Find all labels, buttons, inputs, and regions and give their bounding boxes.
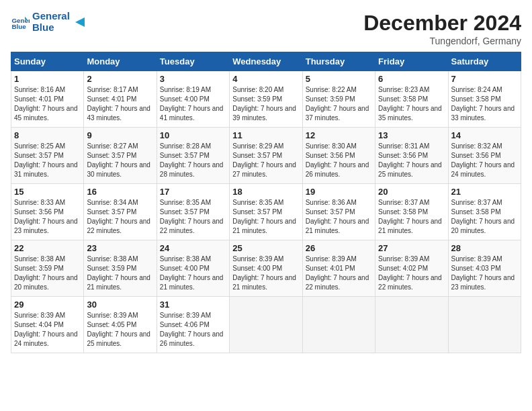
calendar-cell: 9Sunrise: 8:27 AMSunset: 3:57 PMDaylight… — [84, 128, 157, 184]
calendar-cell: 16Sunrise: 8:34 AMSunset: 3:57 PMDayligh… — [84, 184, 157, 240]
calendar-cell — [302, 297, 375, 353]
calendar-cell: 3Sunrise: 8:19 AMSunset: 4:00 PMDaylight… — [157, 71, 229, 128]
day-info: Sunrise: 8:38 AMSunset: 3:59 PMDaylight:… — [87, 255, 153, 292]
day-info: Sunrise: 8:31 AMSunset: 3:56 PMDaylight:… — [378, 142, 445, 179]
day-info: Sunrise: 8:34 AMSunset: 3:57 PMDaylight:… — [87, 198, 153, 236]
calendar-cell — [230, 297, 302, 353]
day-number: 5 — [306, 74, 372, 84]
day-number: 17 — [160, 187, 226, 197]
day-number: 12 — [306, 130, 372, 140]
day-info: Sunrise: 8:30 AMSunset: 3:56 PMDaylight:… — [306, 142, 372, 179]
day-info: Sunrise: 8:35 AMSunset: 3:57 PMDaylight:… — [160, 198, 226, 236]
day-number: 18 — [232, 187, 299, 197]
calendar-cell: 11Sunrise: 8:29 AMSunset: 3:57 PMDayligh… — [230, 128, 302, 184]
calendar-week-row: 29Sunrise: 8:39 AMSunset: 4:04 PMDayligh… — [11, 297, 521, 353]
location-subtitle: Tungendorf, Germany — [363, 36, 521, 46]
logo-icon: General Blue — [11, 13, 30, 32]
day-info: Sunrise: 8:39 AMSunset: 4:02 PMDaylight:… — [378, 255, 445, 292]
calendar-cell: 4Sunrise: 8:20 AMSunset: 3:59 PMDaylight… — [230, 71, 302, 128]
day-number: 24 — [160, 243, 226, 253]
calendar-cell: 19Sunrise: 8:36 AMSunset: 3:57 PMDayligh… — [302, 184, 375, 240]
day-number: 19 — [306, 187, 372, 197]
calendar-week-row: 15Sunrise: 8:33 AMSunset: 3:56 PMDayligh… — [11, 184, 521, 240]
svg-text:Blue: Blue — [11, 22, 26, 30]
page-header: General Blue General Blue December 2024 … — [11, 11, 521, 46]
day-number: 25 — [232, 243, 299, 253]
weekday-header-tuesday: Tuesday — [157, 52, 229, 71]
calendar-cell: 10Sunrise: 8:28 AMSunset: 3:57 PMDayligh… — [157, 128, 229, 184]
day-number: 11 — [232, 130, 299, 140]
calendar-week-row: 22Sunrise: 8:38 AMSunset: 3:59 PMDayligh… — [11, 240, 521, 297]
day-info: Sunrise: 8:16 AMSunset: 4:01 PMDaylight:… — [14, 85, 81, 123]
day-info: Sunrise: 8:38 AMSunset: 4:00 PMDaylight:… — [160, 255, 226, 292]
calendar-cell: 5Sunrise: 8:22 AMSunset: 3:59 PMDaylight… — [302, 71, 375, 128]
day-number: 28 — [451, 243, 518, 253]
calendar-header-row: SundayMondayTuesdayWednesdayThursdayFrid… — [11, 52, 521, 71]
day-number: 7 — [451, 74, 518, 84]
day-info: Sunrise: 8:38 AMSunset: 3:59 PMDaylight:… — [14, 255, 81, 292]
calendar-cell: 26Sunrise: 8:39 AMSunset: 4:01 PMDayligh… — [302, 240, 375, 297]
logo: General Blue General Blue — [11, 11, 87, 33]
month-year-title: December 2024 — [363, 11, 521, 36]
day-info: Sunrise: 8:39 AMSunset: 4:00 PMDaylight:… — [232, 255, 299, 292]
day-number: 15 — [14, 187, 81, 197]
day-number: 4 — [232, 74, 299, 84]
day-info: Sunrise: 8:25 AMSunset: 3:57 PMDaylight:… — [14, 142, 81, 179]
calendar-cell: 18Sunrise: 8:35 AMSunset: 3:57 PMDayligh… — [230, 184, 302, 240]
day-number: 8 — [14, 130, 81, 140]
day-info: Sunrise: 8:39 AMSunset: 4:05 PMDaylight:… — [87, 311, 153, 349]
day-info: Sunrise: 8:20 AMSunset: 3:59 PMDaylight:… — [232, 85, 299, 123]
svg-marker-3 — [75, 17, 85, 27]
day-info: Sunrise: 8:39 AMSunset: 4:03 PMDaylight:… — [451, 255, 518, 292]
logo-text-line1: General — [32, 11, 70, 22]
day-number: 6 — [378, 74, 445, 84]
weekday-header-monday: Monday — [84, 52, 157, 71]
day-number: 30 — [87, 300, 153, 310]
day-number: 27 — [378, 243, 445, 253]
calendar-week-row: 8Sunrise: 8:25 AMSunset: 3:57 PMDaylight… — [11, 128, 521, 184]
calendar-table: SundayMondayTuesdayWednesdayThursdayFrid… — [11, 52, 521, 353]
weekday-header-wednesday: Wednesday — [230, 52, 302, 71]
calendar-cell: 28Sunrise: 8:39 AMSunset: 4:03 PMDayligh… — [448, 240, 521, 297]
day-info: Sunrise: 8:28 AMSunset: 3:57 PMDaylight:… — [160, 142, 226, 179]
calendar-cell — [375, 297, 448, 353]
day-number: 16 — [87, 187, 153, 197]
calendar-cell: 20Sunrise: 8:37 AMSunset: 3:58 PMDayligh… — [375, 184, 448, 240]
calendar-cell: 17Sunrise: 8:35 AMSunset: 3:57 PMDayligh… — [157, 184, 229, 240]
day-number: 26 — [306, 243, 372, 253]
title-block: December 2024 Tungendorf, Germany — [363, 11, 521, 46]
day-info: Sunrise: 8:29 AMSunset: 3:57 PMDaylight:… — [232, 142, 299, 179]
day-info: Sunrise: 8:35 AMSunset: 3:57 PMDaylight:… — [232, 198, 299, 236]
calendar-cell: 2Sunrise: 8:17 AMSunset: 4:01 PMDaylight… — [84, 71, 157, 128]
calendar-cell: 30Sunrise: 8:39 AMSunset: 4:05 PMDayligh… — [84, 297, 157, 353]
calendar-cell: 12Sunrise: 8:30 AMSunset: 3:56 PMDayligh… — [302, 128, 375, 184]
day-number: 2 — [87, 74, 153, 84]
day-info: Sunrise: 8:19 AMSunset: 4:00 PMDaylight:… — [160, 85, 226, 123]
day-info: Sunrise: 8:37 AMSunset: 3:58 PMDaylight:… — [451, 198, 518, 236]
day-number: 22 — [14, 243, 81, 253]
day-info: Sunrise: 8:39 AMSunset: 4:04 PMDaylight:… — [14, 311, 81, 349]
day-info: Sunrise: 8:39 AMSunset: 4:01 PMDaylight:… — [306, 255, 372, 292]
calendar-cell: 13Sunrise: 8:31 AMSunset: 3:56 PMDayligh… — [375, 128, 448, 184]
calendar-cell: 31Sunrise: 8:39 AMSunset: 4:06 PMDayligh… — [157, 297, 229, 353]
calendar-cell: 1Sunrise: 8:16 AMSunset: 4:01 PMDaylight… — [11, 71, 84, 128]
day-number: 13 — [378, 130, 445, 140]
calendar-cell: 22Sunrise: 8:38 AMSunset: 3:59 PMDayligh… — [11, 240, 84, 297]
day-info: Sunrise: 8:39 AMSunset: 4:06 PMDaylight:… — [160, 311, 226, 349]
day-number: 23 — [87, 243, 153, 253]
day-number: 31 — [160, 300, 226, 310]
day-info: Sunrise: 8:33 AMSunset: 3:56 PMDaylight:… — [14, 198, 81, 236]
day-number: 14 — [451, 130, 518, 140]
calendar-cell: 29Sunrise: 8:39 AMSunset: 4:04 PMDayligh… — [11, 297, 84, 353]
day-number: 1 — [14, 74, 81, 84]
calendar-week-row: 1Sunrise: 8:16 AMSunset: 4:01 PMDaylight… — [11, 71, 521, 128]
weekday-header-saturday: Saturday — [448, 52, 521, 71]
day-info: Sunrise: 8:37 AMSunset: 3:58 PMDaylight:… — [378, 198, 445, 236]
day-info: Sunrise: 8:36 AMSunset: 3:57 PMDaylight:… — [306, 198, 372, 236]
calendar-cell: 27Sunrise: 8:39 AMSunset: 4:02 PMDayligh… — [375, 240, 448, 297]
day-number: 3 — [160, 74, 226, 84]
calendar-cell: 25Sunrise: 8:39 AMSunset: 4:00 PMDayligh… — [230, 240, 302, 297]
day-number: 20 — [378, 187, 445, 197]
day-number: 21 — [451, 187, 518, 197]
day-info: Sunrise: 8:23 AMSunset: 3:58 PMDaylight:… — [378, 85, 445, 123]
